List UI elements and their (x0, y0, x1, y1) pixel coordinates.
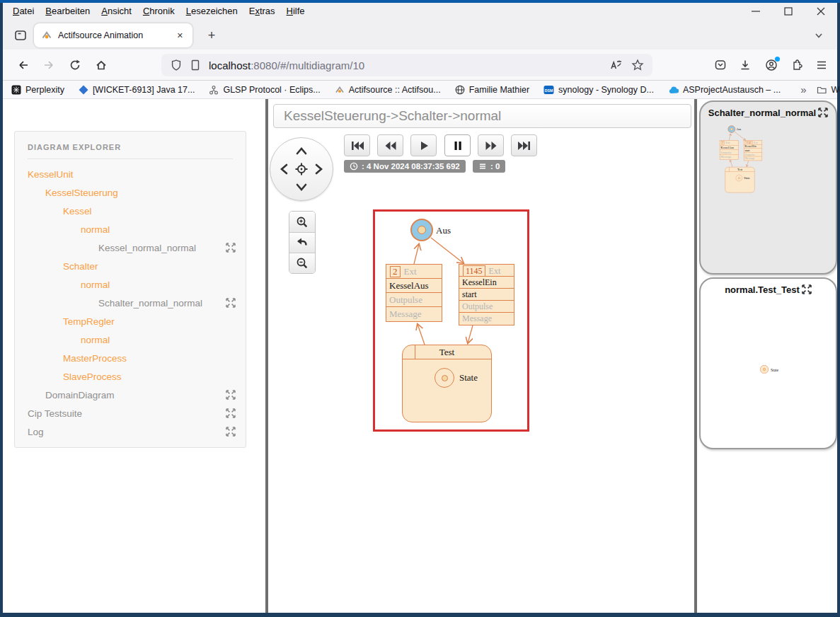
thumbnail-schalter-normal-normal[interactable]: Schalter_normal_normal Aus 2Ext KesselAu… (699, 100, 837, 275)
menu-hilfe[interactable]: Hilfe (281, 3, 311, 20)
expand-icon[interactable] (818, 108, 828, 117)
tree-item-cip-testsuite[interactable]: Cip Testsuite (15, 404, 246, 422)
fast-forward-icon (484, 141, 498, 151)
expand-icon[interactable] (802, 284, 812, 294)
expand-icon[interactable] (226, 427, 236, 437)
state-aus-label: Aus (436, 225, 451, 236)
transition-kesselaus[interactable]: 2Ext KesselAus Outpulse Message (386, 264, 442, 322)
tree-item-kessel-normal-normal[interactable]: Kessel_normal_normal (15, 238, 246, 257)
bookmark-glsp[interactable]: GLSP Protocol · Eclips... (209, 85, 320, 95)
back-button[interactable] (13, 54, 34, 76)
menu-bar: Datei Bearbeiten Ansicht Chronik Lesezei… (3, 3, 311, 20)
zoom-in-button[interactable] (289, 212, 315, 232)
home-button[interactable] (91, 54, 112, 76)
explorer-divider (28, 158, 233, 159)
back-icon (17, 59, 30, 71)
skip-end-icon (517, 141, 531, 151)
bookmarks-overflow-chevron[interactable]: » (800, 83, 806, 96)
expand-icon[interactable] (226, 390, 236, 400)
browser-tab[interactable]: Actifsource Animation ✕ (34, 23, 192, 47)
play-button[interactable] (410, 134, 437, 156)
tree-item-masterprocess[interactable]: MasterProcess (15, 349, 246, 367)
url-bar[interactable]: localhost:8080/#/multidiagram/10 (161, 54, 652, 76)
zoom-controls (289, 211, 316, 274)
tree-item-kesselsteuerung[interactable]: KesselSteuerung (15, 183, 246, 202)
maximize-button[interactable] (772, 3, 805, 20)
tab-list-dropdown[interactable] (810, 28, 827, 42)
minimize-icon (750, 6, 761, 17)
tree-item-schalter-normal-normal[interactable]: Schalter_normal_normal (15, 294, 246, 312)
menu-bearbeiten[interactable]: Bearbeiten (40, 3, 96, 20)
thumbnail-title: normal.Test_Test (701, 284, 836, 295)
forward-button[interactable] (38, 54, 59, 76)
step-back-button[interactable] (377, 134, 403, 156)
dsm-favicon: DSM (543, 85, 554, 95)
thumbnail-normal-test-test[interactable]: normal.Test_Test State (699, 277, 837, 449)
pause-button[interactable] (444, 134, 471, 156)
menu-ansicht[interactable]: Ansicht (96, 3, 137, 20)
new-tab-button[interactable]: + (202, 27, 221, 44)
test-container[interactable]: Test State (402, 345, 492, 422)
minimize-button[interactable] (740, 3, 772, 20)
menu-chronik[interactable]: Chronik (137, 3, 180, 20)
transition-header: 2Ext (386, 265, 442, 279)
bookmark-familie-mathier[interactable]: Familie Mathier (455, 85, 529, 95)
tree-item-log[interactable]: Log (15, 422, 246, 441)
bookmark-synology[interactable]: DSMsynology - Synology D... (543, 85, 654, 95)
bookmark-perplexity[interactable]: Perplexity (11, 85, 64, 95)
firefox-view-button[interactable] (10, 26, 31, 45)
app-menu-button[interactable] (811, 54, 832, 76)
bookmark-asprojectaustausch[interactable]: ASProjectAustausch – ... (668, 85, 781, 95)
tree-item-slaveprocess[interactable]: SlaveProcess (15, 367, 246, 386)
other-bookmarks-folder[interactable]: Weitere Lesezeichen (817, 85, 840, 95)
bookmark-wicket[interactable]: [WICKET-6913] Java 17... (79, 85, 195, 95)
close-window-button[interactable] (805, 3, 837, 20)
home-icon (95, 59, 108, 71)
transition-name: KesselAus (386, 279, 442, 293)
transition-outpulse: Outpulse (386, 293, 442, 307)
pocket-button[interactable] (710, 54, 731, 76)
pan-control[interactable] (270, 137, 333, 201)
menu-extras[interactable]: Extras (243, 3, 281, 20)
state-state-inner (442, 375, 448, 381)
account-button[interactable] (761, 54, 782, 76)
reload-button[interactable] (64, 54, 86, 76)
zoom-out-button[interactable] (289, 253, 315, 273)
menu-datei[interactable]: Datei (7, 3, 40, 20)
main-right-border (694, 99, 697, 613)
bookmark-actifsource[interactable]: Actifsource :: Actifsou... (335, 85, 441, 95)
tree-item-schalter-normal[interactable]: normal (15, 275, 246, 294)
tree-item-schalter[interactable]: Schalter (15, 257, 246, 275)
step-forward-button[interactable] (478, 134, 504, 156)
tree-item-kesselunit[interactable]: KesselUnit (15, 165, 246, 183)
star-icon (631, 59, 644, 71)
transition-kesselein[interactable]: 1145Ext KesselEin start Outpulse Message (459, 264, 514, 325)
menu-lesezeichen[interactable]: Lesezeichen (180, 3, 243, 20)
skip-to-start-button[interactable] (344, 134, 370, 156)
tree-item-tempregler[interactable]: TempRegler (15, 312, 246, 330)
jira-favicon (79, 85, 88, 95)
tree-item-kessel[interactable]: Kessel (15, 202, 246, 220)
tab-close-button[interactable]: ✕ (173, 30, 187, 42)
diagram-title: KesselSteuerung->Schalter->normal (273, 104, 691, 128)
tab-strip: Actifsource Animation ✕ + (3, 20, 837, 50)
skip-to-end-button[interactable] (511, 134, 537, 156)
reset-view-button[interactable] (289, 232, 315, 253)
queue-icon (478, 162, 487, 171)
expand-icon[interactable] (226, 243, 236, 253)
downloads-button[interactable] (735, 54, 756, 76)
transition-header: 1145Ext (459, 265, 514, 277)
selected-diagram-canvas[interactable]: Aus 2Ext KesselAus Outpulse Message 1145… (373, 209, 529, 432)
tree-item-domaindiagram[interactable]: DomainDiagram (15, 386, 246, 404)
title-bar: Datei Bearbeiten Ansicht Chronik Lesezei… (3, 3, 837, 20)
tree-item-tempregler-normal[interactable]: normal (15, 330, 246, 349)
expand-icon[interactable] (226, 408, 236, 418)
extensions-button[interactable] (786, 54, 807, 76)
url-text: localhost:8080/#/multidiagram/10 (209, 59, 609, 71)
translate-button[interactable] (609, 59, 623, 71)
tree-item-kessel-normal[interactable]: normal (15, 220, 246, 238)
thumbnail-title: Schalter_normal_normal (701, 108, 836, 118)
pan-arrows (270, 138, 333, 200)
bookmark-star-button[interactable] (631, 59, 644, 71)
expand-icon[interactable] (226, 298, 236, 308)
